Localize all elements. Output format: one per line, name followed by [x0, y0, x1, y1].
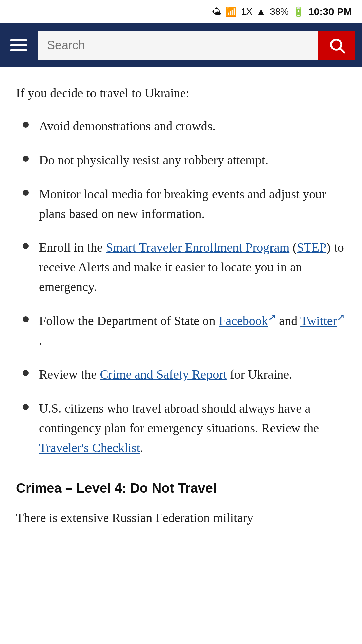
- bullet-text-4: Enroll in the Smart Traveler Enrollment …: [39, 237, 346, 297]
- status-time: 10:30 PM: [308, 6, 352, 17]
- crime-safety-report-link[interactable]: Crime and Safety Report: [100, 367, 227, 381]
- section-body: There is extensive Russian Federation mi…: [16, 508, 346, 528]
- section-heading: Crimea – Level 4: Do Not Travel: [16, 478, 346, 498]
- step-link[interactable]: Smart Traveler Enrollment Program: [106, 240, 289, 254]
- list-item: Review the Crime and Safety Report for U…: [23, 365, 346, 384]
- hamburger-line-2: [10, 44, 27, 46]
- search-input[interactable]: [38, 31, 318, 60]
- battery-text: 38%: [270, 6, 289, 17]
- hamburger-line-3: [10, 49, 27, 51]
- status-bar: 🌤 📶 1X ▲ 38% 🔋 10:30 PM: [0, 0, 362, 23]
- bullet-dot: [23, 156, 29, 162]
- bullet-text-5: Follow the Department of State on Facebo…: [39, 311, 346, 351]
- bullet-dot: [23, 122, 29, 128]
- bullet-text-3: Monitor local media for breaking events …: [39, 184, 346, 224]
- svg-line-1: [340, 49, 344, 53]
- list-item: Do not physically resist any robbery att…: [23, 150, 346, 170]
- search-container: [38, 31, 355, 60]
- list-item: Follow the Department of State on Facebo…: [23, 311, 346, 351]
- wifi-icon: 📶: [225, 6, 237, 17]
- external-link-icon: ↗: [337, 313, 345, 322]
- bullet-list: Avoid demonstrations and crowds. Do not …: [23, 116, 346, 458]
- bullet-dot: [23, 370, 29, 376]
- status-icons: 🌤 📶 1X ▲ 38% 🔋 10:30 PM: [212, 6, 352, 17]
- navigation-bar: [0, 23, 362, 67]
- hamburger-line-1: [10, 39, 27, 41]
- list-item: U.S. citizens who travel abroad should a…: [23, 398, 346, 458]
- signal-text: 1X: [241, 6, 252, 17]
- facebook-link[interactable]: Facebook↗: [219, 314, 276, 328]
- weather-icon: 🌤: [212, 6, 221, 17]
- list-item: Avoid demonstrations and crowds.: [23, 116, 346, 136]
- signal-bars-icon: ▲: [256, 6, 266, 17]
- bullet-text-7: U.S. citizens who travel abroad should a…: [39, 398, 346, 458]
- travelers-checklist-link[interactable]: Traveler's Checklist: [39, 441, 140, 455]
- main-content: If you decide to travel to Ukraine: Avoi…: [0, 67, 362, 544]
- list-item: Monitor local media for breaking events …: [23, 184, 346, 224]
- external-link-icon: ↗: [268, 313, 276, 322]
- hamburger-menu-button[interactable]: [7, 36, 31, 55]
- bullet-text-2: Do not physically resist any robbery att…: [39, 150, 346, 170]
- bullet-text-6: Review the Crime and Safety Report for U…: [39, 365, 346, 384]
- step-acronym-link[interactable]: STEP: [297, 240, 326, 254]
- search-icon: [328, 37, 346, 54]
- twitter-link[interactable]: Twitter↗: [300, 314, 345, 328]
- search-button[interactable]: [318, 31, 355, 60]
- battery-icon: 🔋: [293, 6, 304, 17]
- bullet-text-1: Avoid demonstrations and crowds.: [39, 116, 346, 136]
- bullet-dot: [23, 404, 29, 410]
- intro-text: If you decide to travel to Ukraine:: [16, 83, 346, 103]
- bullet-dot: [23, 316, 29, 322]
- bullet-dot: [23, 190, 29, 196]
- bullet-dot: [23, 243, 29, 249]
- list-item: Enroll in the Smart Traveler Enrollment …: [23, 237, 346, 297]
